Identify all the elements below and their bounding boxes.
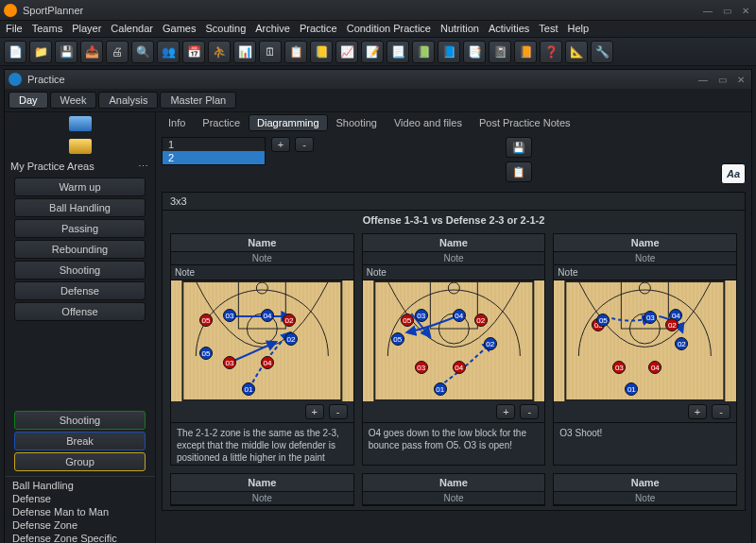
subwin-close-button[interactable]: ✕ xyxy=(734,75,747,84)
toolbar-btn-13[interactable]: 📈 xyxy=(335,41,358,63)
close-button[interactable]: ✕ xyxy=(739,6,752,15)
toolbar-btn-16[interactable]: 📗 xyxy=(412,41,435,63)
area-passing[interactable]: Passing xyxy=(14,219,146,238)
toolbar-btn-6[interactable]: 👥 xyxy=(157,41,180,63)
list-item[interactable]: Defense Zone Specific xyxy=(12,532,147,543)
toolbar-btn-11[interactable]: 📋 xyxy=(284,41,307,63)
toolbar-btn-12[interactable]: 📒 xyxy=(310,41,333,63)
diagram-remove-button[interactable]: - xyxy=(520,404,539,419)
toolbar-btn-23[interactable]: 🔧 xyxy=(591,41,613,63)
diagram-add-button[interactable]: + xyxy=(305,404,324,419)
list-item[interactable]: Defense xyxy=(12,492,147,505)
diagram-panel: 3x3 Offense 1-3-1 vs Defense 2-3 or 2-1-… xyxy=(162,192,746,511)
sequence-row[interactable]: 2 xyxy=(163,151,265,164)
content-tab-video-and-files[interactable]: Video and files xyxy=(386,114,471,131)
content-tab-post-practice-notes[interactable]: Post Practice Notes xyxy=(471,114,579,131)
session-shooting[interactable]: Shooting xyxy=(14,411,146,430)
menu-test[interactable]: Test xyxy=(539,23,558,35)
add-sequence-button[interactable]: + xyxy=(271,137,290,152)
area-shooting[interactable]: Shooting xyxy=(14,261,146,280)
area-rebounding[interactable]: Rebounding xyxy=(14,240,146,259)
player-marker: 01 xyxy=(434,382,447,396)
menu-help[interactable]: Help xyxy=(568,23,590,35)
toolbar-btn-3[interactable]: 📥 xyxy=(80,41,103,63)
court-diagram[interactable]: 010304040502050203 xyxy=(554,280,736,401)
area-ball-handling[interactable]: Ball Handling xyxy=(14,198,146,217)
view-tab-week[interactable]: Week xyxy=(50,92,97,109)
session-group[interactable]: Group xyxy=(14,452,146,471)
category-list[interactable]: Ball HandlingDefenseDefense Man to ManDe… xyxy=(5,476,155,543)
text-style-button[interactable]: Aa xyxy=(721,163,746,184)
diagram-add-button[interactable]: + xyxy=(496,404,515,419)
clipboard-button[interactable]: 📋 xyxy=(506,161,532,182)
diagram-card: Name Note Note 010304050502030402 +- O4 … xyxy=(362,233,546,466)
toolbar-btn-21[interactable]: ❓ xyxy=(540,41,562,63)
toolbar-btn-8[interactable]: ⛹ xyxy=(208,41,231,63)
content-tab-shooting[interactable]: Shooting xyxy=(328,114,386,131)
toolbar-btn-18[interactable]: 📑 xyxy=(463,41,486,63)
new-doc-icon[interactable] xyxy=(69,116,92,131)
menu-games[interactable]: Games xyxy=(163,23,196,35)
content-tab-diagramming[interactable]: Diagramming xyxy=(249,114,327,131)
toolbar-btn-15[interactable]: 📃 xyxy=(387,41,409,63)
menu-player[interactable]: Player xyxy=(72,23,101,35)
toolbar-btn-2[interactable]: 💾 xyxy=(55,41,77,63)
content-tab-practice[interactable]: Practice xyxy=(194,114,249,131)
diagram-note-field[interactable]: Note xyxy=(171,265,353,280)
minimize-button[interactable]: — xyxy=(701,6,714,15)
menu-scouting[interactable]: Scouting xyxy=(205,23,246,35)
toolbar-btn-10[interactable]: 🗓 xyxy=(259,41,282,63)
player-marker: 02 xyxy=(283,314,296,327)
menu-teams[interactable]: Teams xyxy=(32,23,62,35)
session-break[interactable]: Break xyxy=(14,432,146,450)
menu-condition-practice[interactable]: Condition Practice xyxy=(347,23,431,35)
court-diagram[interactable]: 010304050205020304 xyxy=(171,280,353,401)
menu-file[interactable]: File xyxy=(6,23,23,35)
content-tab-info[interactable]: Info xyxy=(160,114,194,131)
expand-areas-button[interactable]: ⋯ xyxy=(138,161,149,173)
toolbar-btn-0[interactable]: 📄 xyxy=(4,41,26,63)
diagram-note-field[interactable]: Note xyxy=(554,265,736,280)
sequence-row[interactable]: 1 xyxy=(163,138,265,151)
player-marker: 05 xyxy=(401,314,414,327)
toolbar-btn-22[interactable]: 📐 xyxy=(565,41,588,63)
diagram-add-button[interactable]: + xyxy=(688,404,707,419)
diagram-note-field[interactable]: Note xyxy=(363,265,545,280)
menu-nutrition[interactable]: Nutrition xyxy=(440,23,479,35)
area-warm-up[interactable]: Warm up xyxy=(14,178,146,196)
toolbar-btn-4[interactable]: 🖨 xyxy=(106,41,129,63)
player-marker: 02 xyxy=(474,314,488,327)
menu-archive[interactable]: Archive xyxy=(255,23,290,35)
toolbar-btn-1[interactable]: 📁 xyxy=(29,41,52,63)
view-tab-day[interactable]: Day xyxy=(9,92,48,109)
toolbar-btn-19[interactable]: 📓 xyxy=(489,41,511,63)
subwin-maximize-button[interactable]: ▭ xyxy=(715,75,729,84)
subwin-minimize-button[interactable]: — xyxy=(696,75,710,84)
menu-practice[interactable]: Practice xyxy=(300,23,337,35)
diagram-remove-button[interactable]: - xyxy=(712,404,730,419)
toolbar-btn-5[interactable]: 🔍 xyxy=(131,41,154,63)
open-folder-icon[interactable] xyxy=(69,139,92,154)
remove-sequence-button[interactable]: - xyxy=(295,137,314,152)
menu-calendar[interactable]: Calendar xyxy=(111,23,153,35)
list-item[interactable]: Ball Handling xyxy=(12,479,147,492)
view-tab-master-plan[interactable]: Master Plan xyxy=(160,92,236,109)
app-logo-icon xyxy=(4,4,17,17)
view-tab-analysis[interactable]: Analysis xyxy=(98,92,158,109)
toolbar-btn-17[interactable]: 📘 xyxy=(438,41,460,63)
toolbar-btn-9[interactable]: 📊 xyxy=(233,41,256,63)
toolbar-btn-14[interactable]: 📝 xyxy=(361,41,384,63)
diagram-remove-button[interactable]: - xyxy=(329,404,348,419)
practice-areas-label: My Practice Areas⋯ xyxy=(5,158,155,176)
court-diagram[interactable]: 010304050502030402 xyxy=(363,280,545,401)
toolbar-btn-20[interactable]: 📙 xyxy=(514,41,537,63)
list-item[interactable]: Defense Zone xyxy=(12,518,147,532)
save-diagram-button[interactable]: 💾 xyxy=(506,137,532,158)
menu-activities[interactable]: Activities xyxy=(489,23,529,35)
toolbar-btn-7[interactable]: 📅 xyxy=(182,41,205,63)
area-offense[interactable]: Offense xyxy=(14,302,146,321)
maximize-button[interactable]: ▭ xyxy=(720,6,733,15)
list-item[interactable]: Defense Man to Man xyxy=(12,505,147,518)
sequence-list[interactable]: 12 xyxy=(162,137,266,165)
area-defense[interactable]: Defense xyxy=(14,281,146,300)
